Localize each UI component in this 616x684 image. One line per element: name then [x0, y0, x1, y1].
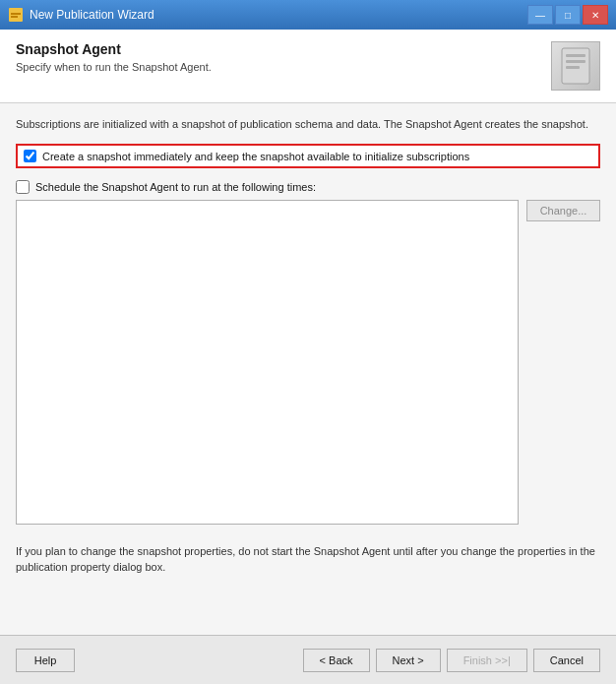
create-snapshot-label: Create a snapshot immediately and keep t…: [42, 151, 469, 162]
svg-rect-1: [11, 13, 21, 15]
title-bar-left: New Publication Wizard: [8, 7, 154, 23]
minimize-button[interactable]: —: [527, 5, 553, 25]
footer-left: Help: [16, 649, 75, 672]
header-icon: [551, 41, 600, 91]
footer-right: < Back Next > Finish >>| Cancel: [303, 649, 600, 672]
description-text: Subscriptions are initialized with a sna…: [16, 117, 600, 132]
app-icon: [8, 7, 24, 23]
close-button[interactable]: ✕: [583, 5, 608, 25]
help-button[interactable]: Help: [16, 649, 75, 672]
header-text: Snapshot Agent Specify when to run the S…: [16, 41, 541, 73]
schedule-wrapper: Schedule the Snapshot Agent to run at th…: [16, 180, 600, 525]
svg-rect-5: [566, 60, 585, 63]
list-and-button: Change...: [16, 200, 600, 525]
svg-rect-4: [566, 54, 585, 57]
wizard-icon: [558, 46, 593, 86]
schedule-checkbox[interactable]: [16, 180, 30, 194]
schedule-list-area: [16, 200, 519, 525]
next-button[interactable]: Next >: [376, 649, 441, 672]
title-bar: New Publication Wizard — □ ✕: [0, 0, 616, 30]
schedule-right: Change...: [526, 200, 600, 221]
change-button[interactable]: Change...: [526, 200, 600, 221]
svg-rect-2: [11, 16, 18, 18]
create-snapshot-checkbox-row: Create a snapshot immediately and keep t…: [16, 144, 600, 168]
header-section: Snapshot Agent Specify when to run the S…: [0, 30, 616, 103]
schedule-checkbox-row: Schedule the Snapshot Agent to run at th…: [16, 180, 600, 194]
dialog: Snapshot Agent Specify when to run the S…: [0, 30, 616, 684]
maximize-button[interactable]: □: [555, 5, 581, 25]
create-snapshot-checkbox[interactable]: [24, 150, 36, 162]
window-title: New Publication Wizard: [30, 8, 154, 22]
finish-button[interactable]: Finish >>|: [447, 649, 527, 672]
footer: Help < Back Next > Finish >>| Cancel: [0, 635, 616, 684]
page-title: Snapshot Agent: [16, 41, 541, 57]
bottom-note: If you plan to change the snapshot prope…: [16, 536, 600, 579]
svg-rect-6: [566, 66, 580, 69]
cancel-button[interactable]: Cancel: [533, 649, 600, 672]
schedule-label: Schedule the Snapshot Agent to run at th…: [35, 181, 316, 193]
title-bar-controls: — □ ✕: [527, 5, 608, 25]
back-button[interactable]: < Back: [303, 649, 370, 672]
page-subtitle: Specify when to run the Snapshot Agent.: [16, 61, 541, 73]
content-area: Subscriptions are initialized with a sna…: [0, 103, 616, 635]
